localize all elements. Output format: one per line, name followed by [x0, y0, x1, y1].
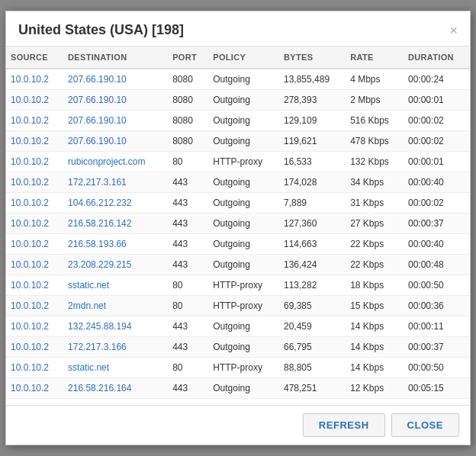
cell-destination: 216.58.216.142	[63, 214, 168, 234]
cell-destination: 207.66.190.10	[63, 90, 168, 111]
cell-source: 10.0.10.2	[6, 337, 63, 358]
cell-rate: 34 Kbps	[346, 172, 404, 193]
cell-rate: 18 Kbps	[346, 275, 404, 296]
cell-destination: 207.66.190.10	[63, 69, 168, 90]
cell-duration: 00:00:37	[404, 337, 470, 358]
data-table: SOURCE DESTINATION PORT POLICY BYTES RAT…	[6, 47, 470, 399]
cell-policy: Outgoing	[208, 172, 279, 193]
cell-source: 10.0.10.2	[6, 275, 63, 296]
cell-bytes: 136,424	[279, 255, 346, 275]
cell-port: 8080	[168, 69, 208, 90]
cell-duration: 00:00:02	[404, 193, 470, 214]
cell-rate: 22 Kbps	[346, 255, 404, 275]
cell-port: 80	[168, 152, 208, 172]
cell-bytes: 13,855,489	[279, 69, 346, 90]
cell-destination: 207.66.190.10	[63, 111, 168, 131]
cell-source: 10.0.10.2	[6, 172, 63, 193]
cell-policy: Outgoing	[208, 90, 279, 111]
table-row: 10.0.10.2207.66.190.108080Outgoing13,855…	[6, 69, 470, 90]
cell-duration: 00:05:15	[404, 378, 470, 399]
close-x-button[interactable]: ×	[449, 24, 458, 37]
table-wrapper: SOURCE DESTINATION PORT POLICY BYTES RAT…	[6, 47, 470, 406]
table-row: 10.0.10.2172.217.3.161443Outgoing174,028…	[6, 172, 470, 193]
cell-duration: 00:00:02	[404, 111, 470, 131]
cell-policy: Outgoing	[208, 214, 279, 234]
cell-port: 80	[168, 296, 208, 316]
cell-port: 443	[168, 316, 208, 337]
cell-rate: 516 Kbps	[346, 111, 404, 131]
cell-destination: rubiconproject.com	[63, 152, 168, 172]
cell-rate: 4 Mbps	[346, 69, 404, 90]
col-source: SOURCE	[6, 47, 63, 69]
cell-port: 8080	[168, 111, 208, 131]
cell-duration: 00:00:02	[404, 131, 470, 152]
cell-destination: 216.58.216.164	[63, 378, 168, 399]
cell-source: 10.0.10.2	[6, 255, 63, 275]
cell-port: 8080	[168, 131, 208, 152]
cell-duration: 00:00:50	[404, 275, 470, 296]
cell-rate: 31 Kbps	[346, 193, 404, 214]
cell-bytes: 278,393	[279, 90, 346, 111]
cell-policy: Outgoing	[208, 234, 279, 255]
close-button[interactable]: CLOSE	[391, 413, 459, 437]
dialog-header: United States (USA) [198] ×	[6, 11, 470, 47]
cell-destination: 132.245.88.194	[63, 316, 168, 337]
cell-port: 443	[168, 378, 208, 399]
cell-policy: HTTP-proxy	[208, 275, 279, 296]
cell-bytes: 127,360	[279, 214, 346, 234]
col-rate: RATE	[346, 47, 404, 69]
cell-rate: 2 Mbps	[346, 90, 404, 111]
cell-duration: 00:00:37	[404, 214, 470, 234]
cell-source: 10.0.10.2	[6, 131, 63, 152]
cell-bytes: 20,459	[279, 316, 346, 337]
cell-policy: Outgoing	[208, 69, 279, 90]
cell-destination: sstatic.net	[63, 358, 168, 378]
cell-policy: HTTP-proxy	[208, 152, 279, 172]
cell-port: 443	[168, 214, 208, 234]
cell-policy: Outgoing	[208, 255, 279, 275]
cell-port: 443	[168, 172, 208, 193]
table-row: 10.0.10.2172.217.3.166443Outgoing66,7951…	[6, 337, 470, 358]
cell-port: 8080	[168, 90, 208, 111]
col-port: PORT	[168, 47, 208, 69]
col-policy: POLICY	[208, 47, 279, 69]
cell-source: 10.0.10.2	[6, 234, 63, 255]
cell-policy: Outgoing	[208, 337, 279, 358]
cell-rate: 27 Kbps	[346, 214, 404, 234]
col-duration: DURATION	[404, 47, 470, 69]
refresh-button[interactable]: REFRESH	[303, 413, 385, 437]
cell-source: 10.0.10.2	[6, 316, 63, 337]
cell-source: 10.0.10.2	[6, 358, 63, 378]
cell-source: 10.0.10.2	[6, 69, 63, 90]
cell-rate: 22 Kbps	[346, 234, 404, 255]
dialog-footer: REFRESH CLOSE	[6, 406, 470, 445]
cell-duration: 00:00:01	[404, 152, 470, 172]
cell-policy: Outgoing	[208, 316, 279, 337]
cell-port: 443	[168, 234, 208, 255]
table-row: 10.0.10.2216.58.216.164443Outgoing478,25…	[6, 378, 470, 399]
table-row: 10.0.10.2207.66.190.108080Outgoing119,62…	[6, 131, 470, 152]
cell-source: 10.0.10.2	[6, 90, 63, 111]
cell-duration: 00:00:40	[404, 234, 470, 255]
cell-policy: HTTP-proxy	[208, 358, 279, 378]
cell-duration: 00:00:36	[404, 296, 470, 316]
cell-rate: 14 Kbps	[346, 358, 404, 378]
cell-bytes: 88,805	[279, 358, 346, 378]
cell-policy: Outgoing	[208, 378, 279, 399]
cell-destination: 172.217.3.161	[63, 172, 168, 193]
table-row: 10.0.10.2rubiconproject.com80HTTP-proxy1…	[6, 152, 470, 172]
cell-source: 10.0.10.2	[6, 152, 63, 172]
cell-rate: 478 Kbps	[346, 131, 404, 152]
cell-duration: 00:00:50	[404, 358, 470, 378]
cell-bytes: 174,028	[279, 172, 346, 193]
cell-rate: 132 Kbps	[346, 152, 404, 172]
cell-destination: 207.66.190.10	[63, 131, 168, 152]
cell-bytes: 114,663	[279, 234, 346, 255]
table-body: 10.0.10.2207.66.190.108080Outgoing13,855…	[6, 69, 470, 399]
cell-duration: 00:00:48	[404, 255, 470, 275]
cell-destination: 172.217.3.166	[63, 337, 168, 358]
cell-source: 10.0.10.2	[6, 111, 63, 131]
col-destination: DESTINATION	[63, 47, 168, 69]
cell-bytes: 69,385	[279, 296, 346, 316]
table-row: 10.0.10.22mdn.net80HTTP-proxy69,38515 Kb…	[6, 296, 470, 316]
